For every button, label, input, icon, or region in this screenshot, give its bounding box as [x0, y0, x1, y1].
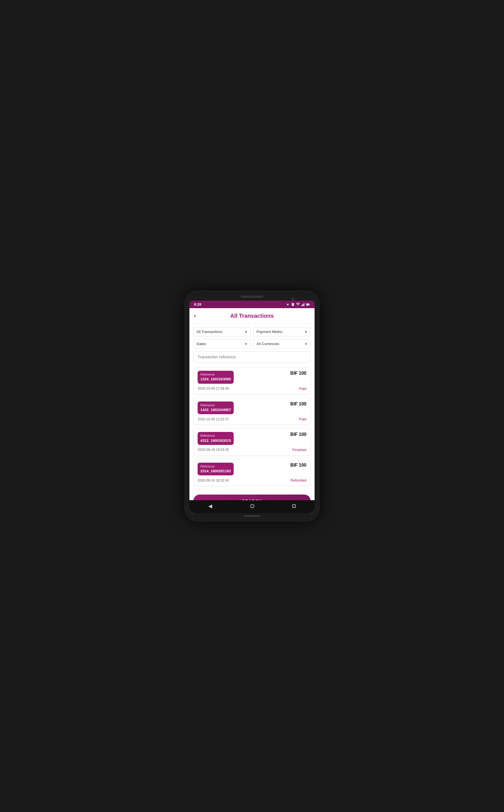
status-time: 8:28	[194, 302, 201, 306]
transaction-status: Refunded	[291, 478, 306, 482]
svg-rect-1	[292, 303, 294, 306]
filter-dates-label: Dates	[196, 342, 206, 346]
dates-filter[interactable]: Dates ▼	[193, 339, 251, 348]
card-bottom: 2020-10-09 12:02:37 Paid	[198, 417, 306, 421]
ref-number: 2314_1600281162	[200, 469, 231, 474]
svg-rect-4	[302, 304, 303, 306]
transaction-date: 2020-10-09 17:04:40	[198, 387, 229, 390]
battery-icon	[306, 303, 310, 306]
transaction-list: Reference 1324_1602263080 BIF 100 2020-1…	[189, 365, 315, 492]
transaction-card[interactable]: Reference 2314_1600281162 BIF 100 2020-0…	[193, 459, 311, 486]
transaction-date: 2020-09-16 19:03:35	[198, 448, 229, 452]
transaction-status: Paid	[299, 387, 306, 391]
reference-badge: Reference 2314_1600281162	[198, 463, 234, 476]
transaction-date: 2020-09-16 18:32:42	[198, 478, 229, 482]
card-top: Reference 4312_1600283015 BIF 100	[198, 432, 306, 445]
status-icons	[286, 303, 310, 306]
phone-device: 8:28	[184, 290, 320, 522]
nav-bar: ◀	[189, 500, 315, 513]
sim-icon	[286, 303, 290, 306]
search-button[interactable]: SEARCH	[193, 495, 311, 500]
svg-point-0	[287, 304, 289, 305]
reference-badge: Reference 4312_1600283015	[198, 432, 234, 445]
transaction-card[interactable]: Reference 4312_1600283015 BIF 100 2020-0…	[193, 428, 311, 456]
ref-number: 1432_1602244957	[200, 407, 231, 412]
reference-badge: Reference 1324_1602263080	[198, 371, 234, 384]
svg-rect-5	[303, 303, 304, 306]
status-bar: 8:28	[189, 301, 315, 308]
filters-section: All Transactions ▼ Payment Metho.. ▼ Dat…	[189, 324, 315, 365]
chevron-down-icon: ▼	[244, 342, 247, 346]
chevron-down-icon: ▼	[304, 330, 308, 334]
search-button-wrap: SEARCH	[189, 492, 315, 500]
phone-speaker	[241, 295, 263, 298]
ref-label: Reference	[200, 434, 231, 438]
transaction-card[interactable]: Reference 1324_1602263080 BIF 100 2020-1…	[193, 367, 311, 394]
card-bottom: 2020-10-09 17:04:40 Paid	[198, 387, 306, 391]
ref-label: Reference	[200, 464, 231, 469]
phone-screen: 8:28	[189, 301, 315, 513]
ref-label: Reference	[200, 403, 231, 407]
back-button[interactable]: ‹	[194, 312, 196, 319]
transaction-status: Paid	[299, 417, 306, 421]
svg-point-2	[298, 305, 298, 306]
filter-row-1: All Transactions ▼ Payment Metho.. ▼	[193, 327, 311, 336]
payment-method-filter[interactable]: Payment Metho.. ▼	[253, 327, 311, 336]
all-transactions-filter[interactable]: All Transactions ▼	[193, 327, 251, 336]
card-top: Reference 2314_1600281162 BIF 100	[198, 463, 306, 476]
ref-label: Reference	[200, 372, 231, 377]
svg-rect-8	[309, 304, 310, 305]
recents-nav-button[interactable]	[292, 504, 296, 508]
transaction-amount: BIF 100	[290, 432, 306, 437]
svg-rect-6	[304, 303, 305, 306]
transaction-date: 2020-10-09 12:02:37	[198, 417, 229, 421]
filter-row-2: Dates ▼ All Currencies ▼	[193, 339, 311, 348]
card-bottom: 2020-09-16 19:03:35 Finished	[198, 448, 306, 452]
page-title: All Transactions	[230, 313, 274, 319]
bottom-bar	[244, 515, 260, 517]
currencies-filter[interactable]: All Currencies ▼	[253, 339, 311, 348]
transaction-reference-input-wrap	[193, 351, 311, 363]
svg-rect-9	[306, 304, 309, 305]
transaction-amount: BIF 100	[290, 371, 306, 376]
header: ‹ All Transactions	[189, 308, 315, 324]
app-content: ‹ All Transactions All Transactions ▼ Pa…	[189, 308, 315, 500]
phone-camera	[291, 298, 294, 301]
reference-badge: Reference 1432_1602244957	[198, 401, 234, 414]
card-top: Reference 1432_1602244957 BIF 100	[198, 401, 306, 414]
card-bottom: 2020-09-16 18:32:42 Refunded	[198, 478, 306, 482]
home-nav-button[interactable]	[250, 504, 254, 508]
back-nav-button[interactable]: ◀	[208, 503, 212, 509]
signal-icon	[301, 303, 305, 306]
ref-number: 1324_1602263080	[200, 377, 231, 382]
chevron-down-icon: ▼	[244, 330, 247, 334]
filter-transactions-label: All Transactions	[196, 330, 222, 334]
ref-number: 4312_1600283015	[200, 438, 231, 443]
filter-currencies-label: All Currencies	[257, 342, 279, 346]
svg-rect-3	[301, 305, 302, 306]
chevron-down-icon: ▼	[304, 342, 308, 346]
transaction-card[interactable]: Reference 1432_1602244957 BIF 100 2020-1…	[193, 398, 311, 425]
filter-payment-label: Payment Metho..	[257, 330, 284, 334]
sd-icon	[291, 303, 295, 306]
wifi-icon	[296, 303, 300, 306]
transaction-status: Finished	[293, 448, 306, 452]
transaction-amount: BIF 100	[290, 463, 306, 468]
transaction-reference-input[interactable]	[198, 355, 306, 359]
transaction-amount: BIF 100	[290, 401, 306, 407]
card-top: Reference 1324_1602263080 BIF 100	[198, 371, 306, 384]
